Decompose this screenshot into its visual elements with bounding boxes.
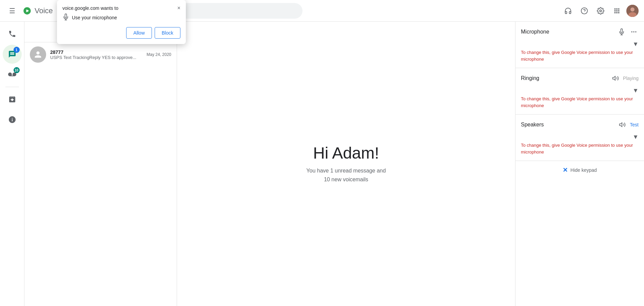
message-list-panel: 28777 USPS Text TrackingReply YES to app…: [24, 22, 177, 306]
svg-point-10: [633, 31, 634, 32]
microphone-dropdown[interactable]: ▼: [521, 39, 639, 49]
svg-point-3: [600, 10, 602, 12]
ringing-dropdown-arrow: ▼: [632, 87, 639, 94]
microphone-more-button[interactable]: [629, 27, 639, 37]
ringing-icons: Playing: [611, 74, 639, 83]
subtitle-line1: You have 1 unread message and: [306, 168, 386, 174]
hide-keypad-label: Hide keypad: [570, 167, 597, 173]
svg-marker-13: [620, 123, 622, 127]
info-icon: [8, 116, 16, 124]
dialog-close-button[interactable]: ×: [177, 5, 180, 11]
apps-icon-button[interactable]: [610, 4, 624, 18]
right-panel: Microphone: [515, 22, 644, 306]
hide-keypad-row[interactable]: ✕ Hide keypad: [515, 161, 644, 179]
main-layout: 1 10: [0, 22, 644, 306]
settings-icon: [597, 7, 604, 15]
topbar-right: [561, 4, 639, 18]
topbar-left: ☰ Voice: [5, 4, 53, 18]
subtitle-line2: 10 new voicemails: [324, 177, 368, 182]
settings-icon-button[interactable]: [594, 4, 607, 18]
sidebar-item-spam[interactable]: [3, 110, 22, 129]
microphone-header: Microphone: [521, 27, 639, 37]
ringing-volume-button[interactable]: [611, 74, 620, 83]
ringing-dropdown[interactable]: ▼: [521, 86, 639, 96]
headset-icon-button[interactable]: [561, 4, 575, 18]
allow-button[interactable]: Allow: [126, 27, 152, 39]
avatar-icon: [626, 5, 639, 17]
microphone-title: Microphone: [521, 29, 549, 35]
phone-icon: [8, 30, 16, 38]
microphone-icons: [617, 27, 639, 37]
dialog-mic-icon: [62, 14, 69, 22]
apps-icon: [613, 7, 621, 15]
dialog-permission-label: Use your microphone: [72, 15, 117, 20]
ringing-playing-label: Playing: [623, 76, 639, 81]
google-voice-logo: Voice: [22, 5, 53, 16]
svg-marker-12: [613, 76, 616, 80]
help-icon: [581, 7, 588, 15]
ringing-title: Ringing: [521, 75, 539, 81]
messages-badge: 1: [14, 47, 20, 53]
voice-logo-icon: [22, 5, 33, 16]
dialog-body: Use your microphone: [62, 14, 180, 22]
voicemail-badge: 10: [14, 67, 20, 73]
svg-point-9: [631, 31, 632, 32]
user-avatar[interactable]: [626, 5, 639, 17]
speakers-icons: Test: [618, 120, 639, 129]
dialog-header: voice.google.com wants to ×: [62, 5, 180, 11]
speakers-test-button[interactable]: Test: [630, 122, 639, 127]
dialog-microphone-icon: [62, 14, 69, 20]
headset-icon: [564, 7, 572, 15]
sidebar-item-voicemail[interactable]: 10: [3, 65, 22, 84]
ringing-section: Ringing Playing ▼ To change this, give G…: [515, 68, 644, 115]
dialog-actions: Allow Block: [62, 27, 180, 39]
sidebar-divider: [5, 87, 19, 87]
welcome-greeting: Hi Adam!: [313, 144, 379, 162]
hamburger-menu-button[interactable]: ☰: [5, 4, 19, 18]
ringing-permission-text: To change this, give Google Voice permis…: [521, 96, 639, 109]
speakers-volume-button[interactable]: [618, 120, 627, 129]
sidebar-item-messages[interactable]: 1: [3, 45, 22, 64]
contact-icon: [33, 50, 43, 59]
message-date: May 24, 2020: [147, 52, 171, 57]
speakers-permission-text: To change this, give Google Voice permis…: [521, 142, 639, 155]
speakers-section: Speakers Test ▼ To change this, give Goo…: [515, 115, 644, 161]
speakers-dropdown[interactable]: ▼: [521, 132, 639, 142]
microphone-section: Microphone: [515, 22, 644, 68]
microphone-permission-text: To change this, give Google Voice permis…: [521, 49, 639, 62]
more-icon: [630, 28, 637, 35]
speakers-title: Speakers: [521, 122, 544, 128]
message-preview: USPS Text TrackingReply YES to approve..…: [50, 55, 142, 60]
volume-icon: [612, 75, 619, 82]
speakers-header: Speakers Test: [521, 120, 639, 129]
dialog-title: voice.google.com wants to: [62, 5, 118, 11]
mic-icon: [618, 28, 625, 35]
sidebar-item-phone[interactable]: [3, 24, 22, 43]
block-button[interactable]: Block: [155, 27, 180, 39]
app-name-label: Voice: [35, 6, 53, 15]
sidebar: 1 10: [0, 22, 24, 306]
message-content: 28777 USPS Text TrackingReply YES to app…: [50, 49, 142, 60]
svg-point-11: [635, 31, 636, 32]
permission-dialog: voice.google.com wants to × Use your mic…: [57, 0, 186, 44]
welcome-subtitle: You have 1 unread message and 10 new voi…: [306, 166, 386, 184]
sidebar-item-archive[interactable]: [3, 90, 22, 109]
message-item[interactable]: 28777 USPS Text TrackingReply YES to app…: [24, 42, 177, 67]
help-icon-button[interactable]: [578, 4, 591, 18]
main-content: Hi Adam! You have 1 unread message and 1…: [177, 22, 515, 306]
microphone-dropdown-arrow: ▼: [632, 41, 639, 48]
ringing-header: Ringing Playing: [521, 74, 639, 83]
microphone-mic-button[interactable]: [617, 27, 626, 37]
svg-point-5: [630, 7, 635, 12]
hide-keypad-icon: ✕: [563, 166, 568, 174]
archive-icon: [8, 95, 16, 103]
message-sender: 28777: [50, 49, 142, 55]
speakers-dropdown-arrow: ▼: [632, 134, 639, 141]
message-avatar: [30, 46, 46, 63]
speakers-volume-icon: [619, 121, 626, 128]
